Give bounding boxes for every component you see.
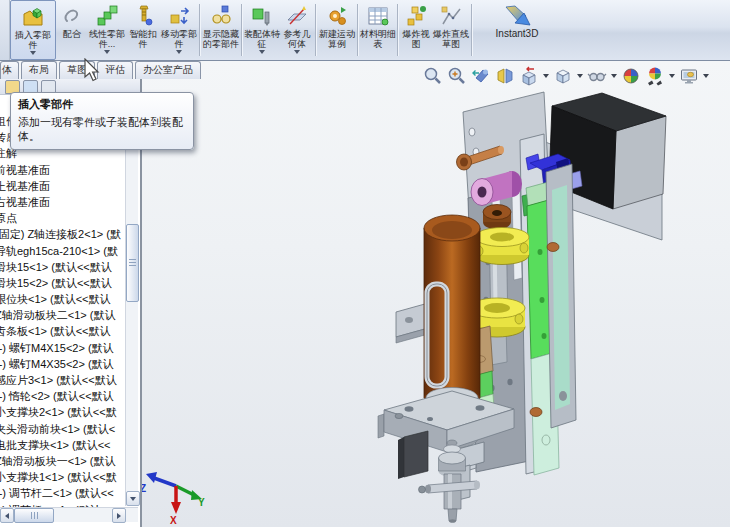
tree-row[interactable]: 感应片3<1> (默认<<默认 <box>0 372 126 388</box>
tab-evaluate[interactable]: 评估 <box>97 61 133 79</box>
ribbon-overflow-sliver[interactable] <box>0 0 10 60</box>
display-style-icon[interactable] <box>552 65 574 87</box>
display-style-dropdown-icon[interactable] <box>577 74 583 78</box>
exploded-view-icon <box>405 3 427 29</box>
motion-study-icon <box>326 3 348 29</box>
move-component-button[interactable]: 移动零部件 <box>160 0 198 60</box>
tree-row[interactable]: (-) 螺钉M4X35<2> (默认 <box>0 356 126 372</box>
linear-pattern-button[interactable]: 线性零部件... <box>88 0 126 60</box>
vertical-scroll-thumb[interactable] <box>126 224 139 302</box>
ribbon-separator <box>315 4 317 56</box>
insert-component-icon <box>21 4 45 30</box>
tree-row[interactable]: Z轴滑动板块二<1> (默认 <box>0 307 126 323</box>
mate-paperclip-icon <box>61 3 83 29</box>
bill-of-materials-button[interactable]: 材料明细表 <box>360 0 396 60</box>
previous-view-icon[interactable] <box>470 65 492 87</box>
exploded-view-button[interactable]: 爆炸视图 <box>400 0 432 60</box>
scroll-right-button[interactable] <box>112 508 126 523</box>
reference-geometry-button[interactable]: 参考几何体 <box>280 0 314 60</box>
tree-row[interactable]: 滑块15<1> (默认<<默认 <box>0 259 126 275</box>
smart-fastener-icon <box>132 3 154 29</box>
horizontal-scroll-thumb[interactable] <box>14 508 54 523</box>
view-settings-icon[interactable] <box>678 65 700 87</box>
hide-show-items-icon[interactable] <box>586 65 608 87</box>
tree-row[interactable]: 夹头滑动前块<1> (默认< <box>0 421 126 437</box>
chevron-down-icon <box>259 50 265 54</box>
view-orientation-dropdown-icon[interactable] <box>543 74 549 78</box>
tree-row[interactable]: 原点 <box>0 210 126 226</box>
button-label: 爆炸直线草图 <box>432 29 470 49</box>
button-label: 参考几何体 <box>280 29 314 49</box>
button-label: Instant3D <box>496 29 539 39</box>
button-label: 移动零部件 <box>160 29 198 49</box>
command-manager-tabs: 体 布局 草图 评估 办公室产品 <box>0 61 203 79</box>
button-label: 新建运动算例 <box>318 29 356 49</box>
zoom-to-fit-icon[interactable] <box>422 65 444 87</box>
new-motion-study-button[interactable]: 新建运动算例 <box>318 0 356 60</box>
view-settings-dropdown-icon[interactable] <box>703 74 709 78</box>
tree-row[interactable]: 齿条板<1> (默认<<默认 <box>0 323 126 339</box>
tree-vertical-scrollbar[interactable] <box>125 94 138 506</box>
assembly-features-button[interactable]: 装配体特征 <box>244 0 280 60</box>
tab-assembly[interactable]: 体 <box>0 61 19 79</box>
tree-row[interactable]: (-) 调节杆二<1> (默认<< <box>0 485 126 501</box>
command-manager-ribbon: 插入零部件 配合 线性零部件... <box>0 0 730 61</box>
feature-tree: 组件 传感器 注解 前视基准面 上视基准面 右视基准面 原点 (固定) Z轴连接… <box>0 113 126 507</box>
apply-scene-icon[interactable] <box>644 65 666 87</box>
instant3d-button[interactable]: Instant3D <box>474 0 560 60</box>
tree-row[interactable]: 小支撑块1<1> (默认<<默 <box>0 469 126 485</box>
tree-row[interactable]: (固定) Z轴连接板2<1> (默 <box>0 226 126 242</box>
ribbon-separator <box>357 4 359 56</box>
button-label: 爆炸视图 <box>400 29 432 49</box>
tree-row[interactable]: 上视基准面 <box>0 178 126 194</box>
chevron-down-icon <box>104 50 110 54</box>
tree-row[interactable]: 电批支撑块<1> (默认<< <box>0 437 126 453</box>
mate-button[interactable]: 配合 <box>56 0 88 60</box>
ribbon-separator <box>471 4 473 56</box>
hide-show-dropdown-icon[interactable] <box>611 74 617 78</box>
explode-line-sketch-icon <box>440 3 462 29</box>
zoom-to-area-icon[interactable] <box>446 65 468 87</box>
move-component-icon <box>168 3 190 29</box>
reference-geometry-icon <box>286 3 308 29</box>
view-orientation-icon[interactable] <box>518 65 540 87</box>
tree-row[interactable]: Z轴滑动板块一<1> (默认 <box>0 453 126 469</box>
button-label: 线性零部件... <box>88 29 126 49</box>
tree-horizontal-scrollbar[interactable] <box>0 507 138 522</box>
tooltip-title: 插入零部件 <box>18 97 186 112</box>
tab-layout[interactable]: 布局 <box>21 61 57 79</box>
button-label: 插入零部件 <box>11 30 55 50</box>
smart-fasteners-button[interactable]: 智能扣件 <box>126 0 160 60</box>
button-label: 装配体特征 <box>244 29 280 49</box>
tree-row[interactable]: 滑块15<2> (默认<<默认 <box>0 275 126 291</box>
explode-line-sketch-button[interactable]: 爆炸直线草图 <box>432 0 470 60</box>
tree-row[interactable]: (-) 惰轮<2> (默认<<默认 <box>0 388 126 404</box>
button-label: 智能扣件 <box>126 29 160 49</box>
tree-row[interactable]: 导轨egh15ca-210<1> (默 <box>0 243 126 259</box>
button-label: 材料明细表 <box>360 29 396 49</box>
scroll-down-button[interactable] <box>126 491 140 506</box>
apply-scene-dropdown-icon[interactable] <box>669 74 675 78</box>
tree-row[interactable]: 右视基准面 <box>0 194 126 210</box>
show-hidden-components-button[interactable]: 显示隐藏的零部件 <box>202 0 240 60</box>
tree-row[interactable]: (-) 螺钉M4X15<2> (默认 <box>0 340 126 356</box>
tree-row[interactable]: 限位块<1> (默认<<默认 <box>0 291 126 307</box>
tab-office-products[interactable]: 办公室产品 <box>135 61 201 79</box>
chevron-down-icon <box>176 50 182 54</box>
edit-appearance-icon[interactable] <box>620 65 642 87</box>
chevron-down-icon <box>30 51 36 55</box>
show-hidden-icon <box>210 3 232 29</box>
section-view-icon[interactable] <box>494 65 516 87</box>
tree-row[interactable]: 小支撑块2<1> (默认<<默 <box>0 404 126 420</box>
ribbon-separator <box>397 4 399 56</box>
bom-table-icon <box>367 3 389 29</box>
button-label: 显示隐藏的零部件 <box>202 29 240 49</box>
tab-sketch[interactable]: 草图 <box>59 61 95 79</box>
assembly-features-icon <box>251 3 273 29</box>
ribbon-separator <box>199 4 201 56</box>
insert-components-button[interactable]: 插入零部件 <box>10 0 56 60</box>
chevron-down-icon <box>294 50 300 54</box>
scroll-left-button[interactable] <box>0 508 14 523</box>
button-label: 配合 <box>63 29 81 39</box>
tree-row[interactable]: 前视基准面 <box>0 162 126 178</box>
